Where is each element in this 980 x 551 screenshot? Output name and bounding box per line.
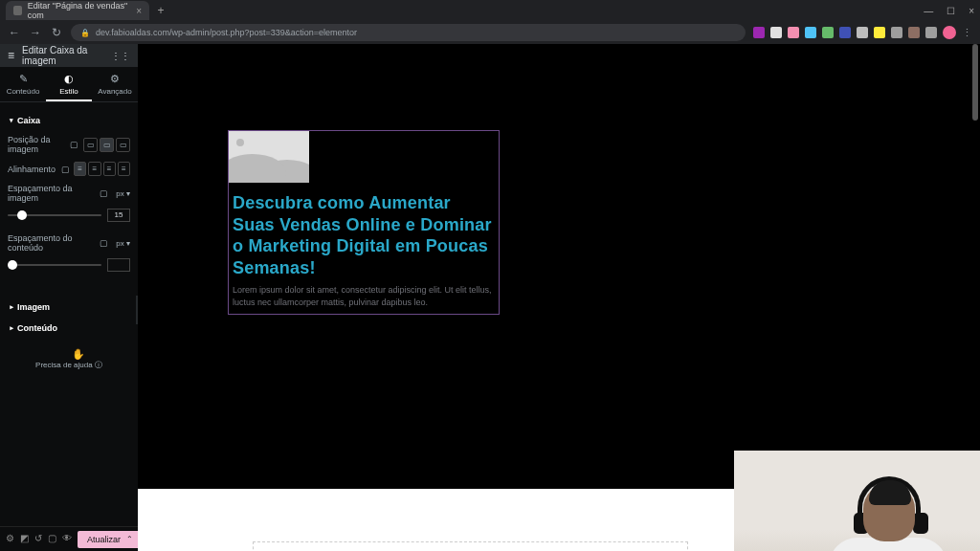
window-maximize-icon[interactable]: ☐ bbox=[947, 6, 955, 16]
extension-icon[interactable] bbox=[908, 27, 920, 38]
extension-icon[interactable] bbox=[874, 27, 885, 38]
card-description: Lorem ipsum dolor sit amet, consectetur … bbox=[233, 284, 495, 308]
chevron-right-icon: ▾ bbox=[8, 305, 15, 309]
help-link[interactable]: Precisa de ajuda ⓘ bbox=[8, 360, 130, 370]
extension-icon[interactable] bbox=[891, 27, 902, 38]
spacing-image-value[interactable]: 15 bbox=[107, 209, 130, 222]
new-tab-button[interactable]: + bbox=[153, 3, 168, 18]
url-text: dev.fabioaldas.com/wp-admin/post.php?pos… bbox=[96, 28, 357, 37]
close-tab-icon[interactable]: × bbox=[136, 6, 142, 16]
align-center-button[interactable]: ≡ bbox=[88, 162, 100, 176]
unit-select[interactable]: px ▾ bbox=[111, 189, 130, 198]
spacing-content-value[interactable] bbox=[107, 258, 130, 272]
label-alinhamento: Alinhamento bbox=[8, 165, 56, 174]
pos-top-button[interactable]: ▭ bbox=[100, 138, 114, 152]
webcam-overlay bbox=[734, 451, 980, 551]
publish-button[interactable]: Atualizar⌃ bbox=[78, 531, 143, 548]
browser-tab[interactable]: Editar "Página de vendas" com × bbox=[6, 1, 149, 20]
align-right-button[interactable]: ≡ bbox=[103, 162, 116, 176]
lock-icon: 🔒 bbox=[80, 29, 90, 37]
align-left-button[interactable]: ≡ bbox=[74, 162, 86, 176]
address-bar[interactable]: 🔒 dev.fabioaldas.com/wp-admin/post.php?p… bbox=[71, 24, 746, 41]
responsive-icon[interactable]: ▢ bbox=[67, 138, 81, 152]
profile-avatar[interactable] bbox=[943, 26, 956, 39]
panel-conteudo[interactable]: ▾Conteúdo bbox=[8, 318, 130, 339]
chevron-up-icon: ⌃ bbox=[126, 535, 133, 543]
kebab-icon[interactable]: ⋮ bbox=[962, 27, 972, 39]
card-title: Descubra como Aumentar Suas Vendas Onlin… bbox=[233, 192, 495, 278]
empty-section-dropzone[interactable] bbox=[253, 541, 688, 551]
tab-content[interactable]: ✎Conteúdo bbox=[0, 67, 46, 101]
label-posicao: Posição da imagem bbox=[8, 135, 63, 154]
label-esp-imagem: Espaçamento da imagem bbox=[8, 184, 93, 203]
navigator-icon[interactable]: ◩ bbox=[20, 533, 29, 546]
image-box-widget[interactable]: Descubra como Aumentar Suas Vendas Onlin… bbox=[228, 130, 500, 315]
responsive-icon[interactable]: ▢ bbox=[59, 162, 72, 176]
sidebar-title: Editar Caixa da imagem bbox=[22, 45, 103, 66]
window-close-icon[interactable]: × bbox=[969, 6, 974, 16]
responsive-icon[interactable]: ▢ bbox=[97, 187, 111, 201]
unit-select-2[interactable]: px ▾ bbox=[111, 239, 130, 248]
panel-caixa[interactable]: ▾Caixa bbox=[8, 110, 130, 131]
chevron-down-icon: ▾ bbox=[10, 117, 13, 124]
tab-style[interactable]: ◐Estilo bbox=[46, 67, 92, 101]
extension-icon[interactable] bbox=[822, 27, 834, 38]
panel-imagem[interactable]: ▾Imagem bbox=[8, 297, 130, 318]
window-minimize-icon[interactable]: — bbox=[924, 6, 933, 16]
tab-title: Editar "Página de vendas" com bbox=[28, 1, 130, 20]
responsive-mode-icon[interactable]: ▢ bbox=[48, 533, 56, 546]
extension-icon[interactable] bbox=[788, 27, 799, 38]
extension-icon[interactable] bbox=[753, 27, 765, 38]
chevron-right-icon: ▾ bbox=[8, 326, 15, 330]
apps-icon[interactable]: ⋮⋮ bbox=[111, 51, 130, 61]
forward-button[interactable]: → bbox=[29, 26, 42, 39]
contrast-icon: ◐ bbox=[46, 73, 92, 85]
spacing-image-slider[interactable] bbox=[8, 214, 101, 216]
extension-icon[interactable] bbox=[857, 27, 868, 38]
settings-icon[interactable]: ⚙ bbox=[6, 533, 14, 546]
menu-icon[interactable]: ≡ bbox=[8, 49, 14, 62]
placeholder-image bbox=[229, 131, 309, 183]
history-icon[interactable]: ↺ bbox=[34, 533, 42, 546]
label-esp-conteudo: Espaçamento do conteúdo bbox=[8, 233, 93, 253]
responsive-icon[interactable]: ▢ bbox=[97, 236, 111, 251]
help-icon: ⓘ bbox=[95, 361, 102, 369]
spacing-content-slider[interactable] bbox=[8, 264, 101, 266]
preview-icon[interactable]: 👁 bbox=[62, 533, 72, 546]
reload-button[interactable]: ↻ bbox=[50, 26, 63, 39]
back-button[interactable]: ← bbox=[8, 26, 21, 39]
align-justify-button[interactable]: ≡ bbox=[118, 162, 130, 176]
extension-icon[interactable] bbox=[770, 27, 782, 38]
extension-icon[interactable] bbox=[805, 27, 816, 38]
gear-icon: ⚙ bbox=[92, 73, 138, 85]
extension-icon[interactable] bbox=[839, 27, 851, 38]
extension-icon[interactable] bbox=[925, 27, 937, 38]
pos-left-button[interactable]: ▭ bbox=[83, 138, 98, 152]
editor-canvas[interactable]: Descubra como Aumentar Suas Vendas Onlin… bbox=[138, 44, 980, 551]
pencil-icon: ✎ bbox=[0, 73, 46, 85]
pos-right-button[interactable]: ▭ bbox=[116, 138, 130, 152]
favicon bbox=[13, 6, 22, 15]
editor-sidebar: ≡ Editar Caixa da imagem ⋮⋮ ✎Conteúdo ◐E… bbox=[0, 44, 138, 551]
tab-advanced[interactable]: ⚙Avançado bbox=[92, 67, 138, 101]
